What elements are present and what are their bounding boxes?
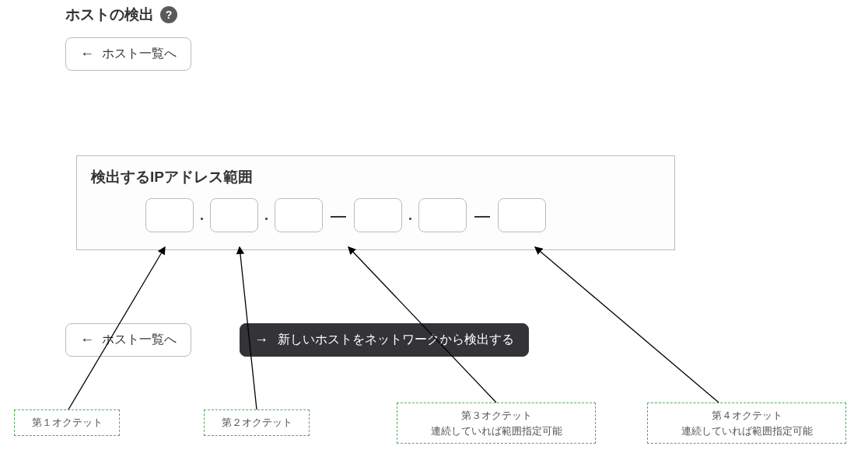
arrow-left-icon: ← — [80, 332, 94, 348]
back-to-list-button-top[interactable]: ← ホスト一覧へ — [65, 37, 191, 71]
annotation-octet-2: 第２オクテット — [204, 409, 310, 436]
dash-separator: — — [323, 207, 354, 225]
help-icon[interactable]: ? — [160, 6, 177, 23]
octet-4b-input[interactable] — [498, 198, 546, 232]
arrow-right-icon: → — [254, 332, 268, 348]
arrow-left-icon: ← — [80, 46, 94, 62]
octet-2-input[interactable] — [210, 198, 258, 232]
annotation-octet-1: 第１オクテット — [14, 409, 120, 436]
annotation-octet-4: 第４オクテット 連続していれば範囲指定可能 — [647, 402, 846, 444]
dot-separator: . — [258, 207, 275, 224]
dot-separator: . — [194, 207, 210, 224]
octet-1-input[interactable] — [145, 198, 194, 232]
back-to-list-button-bottom[interactable]: ← ホスト一覧へ — [65, 323, 191, 357]
ip-range-title: 検出するIPアドレス範囲 — [91, 167, 660, 187]
ip-input-row: . . — . — — [91, 198, 660, 232]
back-to-list-label: ホスト一覧へ — [102, 46, 177, 62]
detect-hosts-label: 新しいホストをネットワークから検出する — [278, 332, 514, 348]
page-container: ホストの検出 ? ← ホスト一覧へ 検出するIPアドレス範囲 . . — . —… — [0, 0, 868, 453]
ip-range-panel: 検出するIPアドレス範囲 . . — . — — [76, 155, 675, 250]
dot-separator: . — [402, 207, 418, 224]
back-to-list-label-bottom: ホスト一覧へ — [102, 332, 177, 348]
page-title: ホストの検出 ? — [65, 5, 177, 25]
svg-line-3 — [535, 247, 719, 402]
detect-hosts-button[interactable]: → 新しいホストをネットワークから検出する — [240, 323, 529, 357]
octet-3b-input[interactable] — [354, 198, 402, 232]
dash-separator: — — [467, 207, 498, 225]
page-title-text: ホストの検出 — [65, 5, 154, 25]
octet-3a-input[interactable] — [275, 198, 323, 232]
annotation-octet-3: 第３オクテット 連続していれば範囲指定可能 — [397, 402, 596, 444]
octet-4a-input[interactable] — [418, 198, 467, 232]
